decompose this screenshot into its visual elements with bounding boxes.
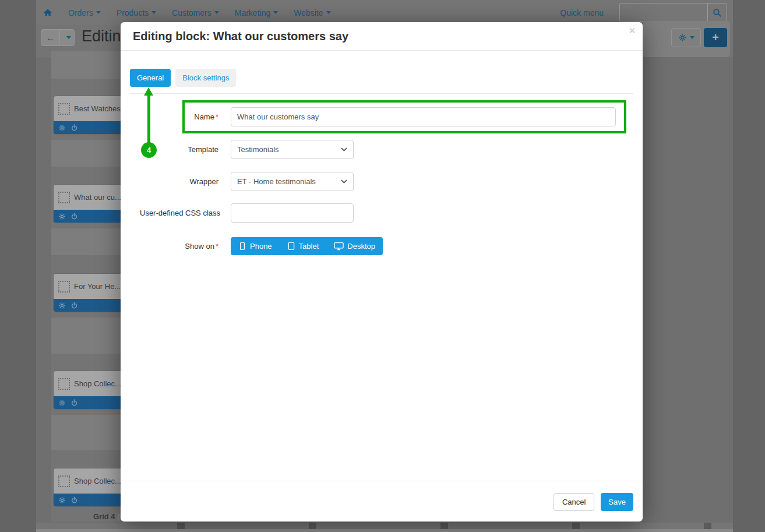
nav-item-orders[interactable]: Orders: [68, 8, 101, 17]
back-dropdown-button[interactable]: [60, 30, 74, 45]
back-button-group: ←: [41, 29, 75, 46]
chevron-down-icon: [690, 36, 695, 39]
bottom-grid-strip: [36, 523, 733, 529]
search-icon: [713, 8, 722, 17]
chevron-down-icon: [151, 11, 156, 14]
block-settings-icon[interactable]: [58, 496, 66, 504]
phone-icon: [238, 242, 246, 251]
template-field-row: Template Testimonials: [140, 140, 623, 159]
chevron-down-icon: [341, 179, 347, 184]
nav-item-customers[interactable]: Customers: [172, 8, 219, 17]
desktop-icon: [334, 242, 344, 251]
block-settings-icon[interactable]: [58, 399, 66, 407]
block-label: Shop Collec...: [74, 379, 121, 388]
nav-item-marketing[interactable]: Marketing: [235, 8, 278, 17]
block-disable-icon[interactable]: [70, 399, 78, 407]
add-block-button[interactable]: +: [704, 28, 727, 47]
search-button[interactable]: [707, 3, 727, 22]
block-drag-handle-icon: [58, 192, 70, 203]
annotation-arrow-icon: [144, 87, 153, 96]
template-select[interactable]: Testimonials: [231, 140, 354, 159]
screen: Orders Products Customers Marketing Webs…: [0, 0, 765, 532]
name-label: Name: [194, 112, 214, 121]
css-class-label: User-defined CSS class: [140, 203, 218, 223]
block-label: Shop Collec...: [74, 477, 121, 485]
save-button[interactable]: Save: [601, 493, 633, 511]
modal-footer: Cancel Save: [554, 493, 633, 511]
name-field-row: Name*: [140, 107, 623, 126]
block-settings-icon[interactable]: [58, 124, 66, 132]
grid-container: [51, 415, 122, 450]
back-arrow-icon: ←: [46, 33, 55, 43]
chevron-down-icon: [66, 36, 71, 39]
chevron-down-icon: [341, 147, 347, 152]
chevron-down-icon: [96, 11, 101, 14]
block-settings-icon[interactable]: [58, 213, 66, 220]
chevron-down-icon: [214, 11, 219, 14]
block-drag-handle-icon: [58, 475, 70, 487]
required-asterisk: *: [216, 112, 218, 121]
block-drag-handle-icon: [58, 378, 70, 390]
search-input[interactable]: [620, 3, 707, 22]
home-button[interactable]: [43, 8, 52, 17]
wrapper-field-row: Wrapper ET - Home testimonials: [140, 172, 623, 191]
block-drag-handle-icon: [58, 281, 70, 293]
block-settings-icon[interactable]: [58, 302, 66, 309]
settings-button[interactable]: [671, 28, 701, 47]
block-label: What our cu...: [74, 193, 121, 202]
show-on-button-group: Phone Tablet Desktop: [231, 237, 383, 255]
wrapper-label: Wrapper: [140, 172, 218, 191]
grid-container: [51, 228, 122, 255]
home-icon: [43, 8, 52, 17]
name-input[interactable]: [231, 107, 616, 126]
nav-item-products[interactable]: Products: [117, 8, 156, 17]
chevron-down-icon: [326, 11, 331, 14]
cancel-button[interactable]: Cancel: [554, 493, 594, 511]
show-on-label: Show on: [185, 242, 214, 251]
editing-block-modal: Editing block: What our customers say × …: [121, 22, 643, 522]
gear-icon: [678, 33, 687, 42]
block-label: Best Watches: [74, 104, 121, 113]
tab-block-settings[interactable]: Block settings: [175, 69, 236, 87]
required-asterisk: *: [216, 242, 218, 251]
grid-container: [51, 318, 122, 354]
css-class-field-row: User-defined CSS class: [140, 203, 623, 223]
show-on-desktop-toggle[interactable]: Desktop: [326, 237, 383, 255]
wrapper-select-value: ET - Home testimonials: [237, 177, 316, 186]
modal-title: Editing block: What our customers say: [133, 30, 348, 43]
block-disable-icon[interactable]: [70, 124, 78, 132]
wrapper-select[interactable]: ET - Home testimonials: [231, 172, 354, 191]
close-icon[interactable]: ×: [629, 25, 635, 37]
grid-container: [51, 51, 122, 79]
modal-tabs: General Block settings: [130, 69, 236, 87]
back-button[interactable]: ←: [41, 30, 60, 45]
search-group: [619, 3, 727, 22]
tabs-divider: [130, 93, 633, 94]
show-on-tablet-toggle[interactable]: Tablet: [280, 237, 327, 255]
block-disable-icon[interactable]: [70, 302, 78, 309]
grid-container: [51, 140, 122, 167]
show-on-field-row: Show on* Phone Tablet: [140, 237, 623, 255]
tab-general[interactable]: General: [130, 69, 171, 87]
block-disable-icon[interactable]: [70, 496, 78, 504]
tablet-icon: [287, 242, 295, 251]
footer-divider: [121, 481, 643, 481]
bottom-grid-strip-2: [36, 529, 733, 532]
block-label: For Your He...: [74, 282, 121, 291]
chevron-down-icon: [273, 11, 278, 14]
block-drag-handle-icon: [58, 103, 70, 115]
show-on-phone-toggle[interactable]: Phone: [231, 237, 280, 255]
css-class-input[interactable]: [231, 203, 354, 223]
top-navigation-bar: Orders Products Customers Marketing Webs…: [36, 0, 733, 25]
template-select-value: Testimonials: [237, 145, 279, 154]
nav-item-website[interactable]: Website: [294, 8, 330, 17]
block-disable-icon[interactable]: [70, 213, 78, 220]
template-label: Template: [140, 140, 218, 159]
header-divider: [121, 50, 643, 51]
plus-icon: +: [712, 31, 719, 44]
quick-menu-link[interactable]: Quick menu: [560, 8, 604, 17]
